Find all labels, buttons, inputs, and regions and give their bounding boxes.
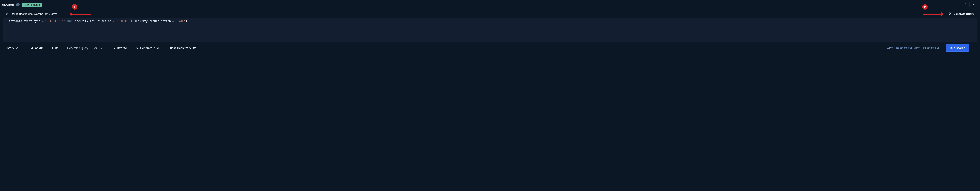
thumbs-up-icon[interactable] [92,45,99,51]
search-header: SEARCH i New Features [2,2,978,8]
udm-lookup-button[interactable]: UDM Lookup [24,45,45,51]
rewrite-button[interactable]: Rewrite [110,45,129,51]
rewrite-label: Rewrite [117,46,127,49]
chevron-down-icon [16,47,18,49]
case-sensitivity-toggle[interactable]: Case Sensitivity Off [168,45,198,51]
generate-rule-label: Generate Rule [140,46,159,49]
natural-language-query-row: Generate Query [3,9,977,18]
generated-query-text: Generated Query [67,46,88,49]
info-icon[interactable]: i [16,3,20,6]
tok-paren: ( [73,19,75,22]
thumbs-down-icon[interactable] [99,45,105,51]
natural-language-input[interactable] [11,12,946,16]
query-toolbar: History UDM Lookup Lists Generated Query [3,43,977,53]
svg-point-3 [974,46,974,47]
generated-query-label: Generated Query [65,45,90,51]
search-panel: SEARCH i New Features [2,2,978,53]
editor-line: 1 metadata.event_type = "USER_LOGIN" AND… [3,19,977,23]
header-right-group [962,2,977,8]
case-sensitivity-label: Case Sensitivity Off [170,46,196,49]
svg-point-1 [965,4,966,5]
clear-query-icon[interactable] [3,13,11,15]
tok-op: = [40,19,45,22]
more-options-icon[interactable] [962,2,969,8]
tok-path: security_result.action [134,19,171,22]
history-label: History [5,46,14,49]
history-button[interactable]: History [3,45,20,51]
tok-path: security_result.action [75,19,111,22]
svg-point-4 [974,47,974,48]
svg-point-2 [965,5,966,6]
svg-point-5 [974,49,974,49]
lists-button[interactable]: Lists [50,45,60,51]
tok-string: "FAIL" [176,19,186,22]
tok-keyword: AND [65,19,73,22]
rewrite-icon [112,46,115,49]
lists-label: Lists [52,46,59,49]
tok-string: "BLOCK" [116,19,128,22]
tok-string: "USER_LOGIN" [45,19,65,22]
run-search-button[interactable]: Run Search [946,44,969,52]
tok-op: = [171,19,176,22]
collapse-panel-icon[interactable] [970,2,977,8]
generate-rule-button[interactable]: Generate Rule [134,45,161,51]
run-search-label: Run Search [950,46,965,49]
divider [969,2,970,7]
svg-point-0 [965,3,966,4]
code-content[interactable]: metadata.event_type = "USER_LOGIN" AND (… [9,19,187,23]
udm-lookup-label: UDM Lookup [27,46,43,49]
sparkle-icon [135,46,138,49]
tok-path: metadata.event_type [9,19,40,22]
search-title: SEARCH [2,3,14,6]
time-range-label: APRIL 26, 06:29 PM - APRIL 29, 06:29 PM [887,47,939,49]
generate-query-button[interactable]: Generate Query [946,11,977,17]
new-features-pill[interactable]: New Features [22,3,42,7]
sparkle-pencil-icon [948,12,952,16]
tok-keyword: OR [128,19,134,22]
run-more-options-icon[interactable] [971,45,977,51]
header-left-group: SEARCH i New Features [2,3,42,7]
query-editor[interactable]: 1 metadata.event_type = "USER_LOGIN" AND… [3,18,977,42]
time-range-picker[interactable]: APRIL 26, 06:29 PM - APRIL 29, 06:29 PM [884,45,942,51]
tok-paren: ) [186,19,187,22]
tok-op: = [111,19,116,22]
line-number: 1 [3,19,9,23]
generate-query-label: Generate Query [953,12,974,16]
